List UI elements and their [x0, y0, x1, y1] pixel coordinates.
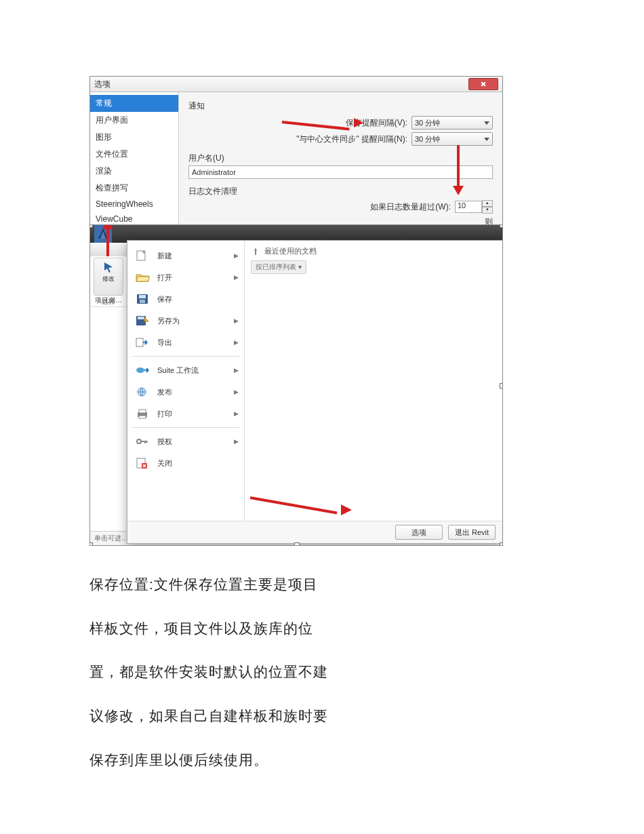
sidebar-item-spell[interactable]: 检查拼写: [90, 180, 178, 197]
menu-item-label: 打印: [157, 409, 172, 419]
svg-point-12: [137, 439, 141, 443]
menu-separator: [132, 356, 240, 357]
spin-up-icon[interactable]: ▴: [482, 200, 493, 207]
menu-item-label: 关闭: [157, 458, 172, 469]
chevron-down-icon: [484, 138, 489, 141]
close-doc-icon: [133, 456, 152, 471]
menu-item-print[interactable]: 打印 ▶: [127, 403, 244, 424]
sync-interval-value: 30 分钟: [415, 134, 440, 144]
options-button[interactable]: 选项: [395, 525, 443, 540]
chevron-right-icon: ▶: [234, 410, 239, 417]
sidebar-item-ui[interactable]: 用户界面: [90, 112, 178, 129]
menu-item-export[interactable]: 导出 ▶: [127, 332, 244, 353]
username-label: 用户名(U): [188, 153, 493, 164]
chevron-right-icon: ▶: [234, 367, 239, 374]
sidebar-item-general[interactable]: 常规: [90, 95, 178, 112]
log-between-label: 则: [485, 216, 493, 225]
dialog-titlebar: 选项: [90, 77, 502, 92]
selection-handle-icon: [500, 383, 503, 389]
pin-icon: [251, 247, 260, 256]
export-icon: [133, 335, 152, 350]
log-count-spinner[interactable]: 10 ▴▾: [455, 200, 493, 214]
menu-item-suite[interactable]: Suite 工作流 ▶: [127, 359, 244, 381]
chevron-right-icon: ▶: [234, 274, 239, 281]
svg-rect-10: [139, 410, 146, 413]
new-file-icon: [133, 248, 152, 263]
chevron-down-icon: [484, 121, 489, 125]
close-icon[interactable]: [468, 78, 498, 90]
paragraph: 保存到库里以便后续使用。: [89, 749, 503, 772]
svg-point-7: [136, 368, 144, 373]
sort-dropdown[interactable]: 按已排序列表 ▾: [251, 260, 306, 274]
application-menu: 新建 ▶ 打开 ▶ 保存 另存为 ▶: [127, 240, 503, 544]
modify-button[interactable]: 修改: [94, 258, 123, 296]
project-browser-label: 项目浏…: [90, 296, 127, 305]
svg-rect-3: [140, 300, 145, 303]
options-dialog: 选项 常规 用户界面 图形 文件位置 渲染 检查拼写 SteeringWheel…: [89, 76, 503, 225]
menu-item-label: 打开: [157, 273, 172, 283]
sidebar-item-render[interactable]: 渲染: [90, 163, 178, 180]
app-button[interactable]: [94, 225, 112, 243]
menu-item-label: 新建: [157, 251, 172, 261]
options-sidebar: 常规 用户界面 图形 文件位置 渲染 检查拼写 SteeringWheels V…: [90, 92, 179, 225]
chevron-right-icon: ▶: [234, 252, 239, 259]
app-menu-right: 最近使用的文档 按已排序列表 ▾: [244, 241, 502, 521]
paragraph: 议修改，如果自己自建样板和族时要: [89, 704, 503, 728]
sync-interval-combo[interactable]: 30 分钟: [411, 132, 493, 146]
chevron-right-icon: ▶: [234, 438, 239, 445]
sidebar-item-filepos[interactable]: 文件位置: [90, 146, 178, 163]
selection-handle-icon: [294, 542, 300, 546]
menu-item-save[interactable]: 保存: [127, 288, 244, 310]
cursor-icon: [102, 261, 115, 273]
selection-handle-icon: [500, 542, 503, 546]
chevron-right-icon: ▶: [234, 339, 239, 346]
document-page: 选项 常规 用户界面 图形 文件位置 渲染 检查拼写 SteeringWheel…: [0, 0, 644, 834]
sidebar-item-graphics[interactable]: 图形: [90, 129, 178, 146]
revit-logo-icon: [96, 227, 110, 241]
save-as-icon: [133, 313, 152, 328]
chevron-right-icon: ▶: [234, 317, 239, 324]
notify-group-label: 通知: [188, 100, 493, 112]
print-icon: [133, 406, 152, 421]
key-icon: [133, 434, 152, 449]
menu-item-label: 授权: [157, 437, 172, 447]
publish-icon: [133, 384, 152, 399]
menu-item-close[interactable]: 关闭: [127, 452, 244, 474]
menu-item-publish[interactable]: 发布 ▶: [127, 381, 244, 403]
menu-item-label: 保存: [157, 294, 172, 304]
chevron-right-icon: ▶: [234, 389, 239, 395]
spin-down-icon[interactable]: ▾: [482, 207, 493, 214]
svg-rect-2: [139, 295, 146, 298]
save-interval-combo[interactable]: 30 分钟: [411, 116, 493, 130]
save-icon: [133, 292, 152, 306]
project-browser-tree[interactable]: [90, 306, 127, 532]
save-interval-label: 保存提醒间隔(V):: [346, 117, 407, 129]
username-input[interactable]: Administrator: [188, 165, 493, 179]
menu-item-new[interactable]: 新建 ▶: [127, 245, 244, 266]
app-menu-left: 新建 ▶ 打开 ▶ 保存 另存为 ▶: [127, 241, 245, 521]
sidebar-item-viewcube[interactable]: ViewCube: [90, 212, 178, 225]
selection-handle-icon: [89, 542, 93, 546]
paragraph: 样板文件，项目文件以及族库的位: [89, 617, 503, 641]
paragraph: 保存位置:文件保存位置主要是项目: [89, 573, 503, 597]
log-group-label: 日志文件清理: [188, 186, 493, 197]
svg-rect-5: [138, 317, 144, 319]
menu-item-label: 发布: [157, 387, 172, 397]
menu-item-label: 另存为: [157, 316, 180, 326]
menu-item-open[interactable]: 打开 ▶: [127, 266, 244, 288]
article-text: 保存位置:文件保存位置主要是项目 样板文件，项目文件以及族库的位 置，都是软件安…: [89, 573, 503, 772]
log-count-value[interactable]: 10: [455, 201, 482, 213]
save-interval-value: 30 分钟: [415, 118, 440, 128]
options-panel: 通知 保存提醒间隔(V): 30 分钟 "与中心文件同步" 提醒间隔(N): 3…: [179, 92, 502, 225]
menu-item-saveas[interactable]: 另存为 ▶: [127, 310, 244, 332]
screenshot-container: 选项 常规 用户界面 图形 文件位置 渲染 检查拼写 SteeringWheel…: [89, 76, 503, 546]
menu-item-label: 导出: [157, 338, 172, 348]
selection-handle-icon: [89, 225, 93, 228]
sidebar-item-steering[interactable]: SteeringWheels: [90, 197, 178, 212]
svg-rect-11: [139, 416, 146, 418]
dialog-title: 选项: [94, 79, 110, 90]
app-menu-screenshot: 修改 选择 项目浏… 单击可进… 新建 ▶ 打开 ▶: [89, 225, 503, 546]
exit-button[interactable]: 退出 Revit: [448, 525, 496, 540]
menu-item-license[interactable]: 授权 ▶: [127, 431, 244, 452]
svg-rect-6: [136, 338, 143, 346]
